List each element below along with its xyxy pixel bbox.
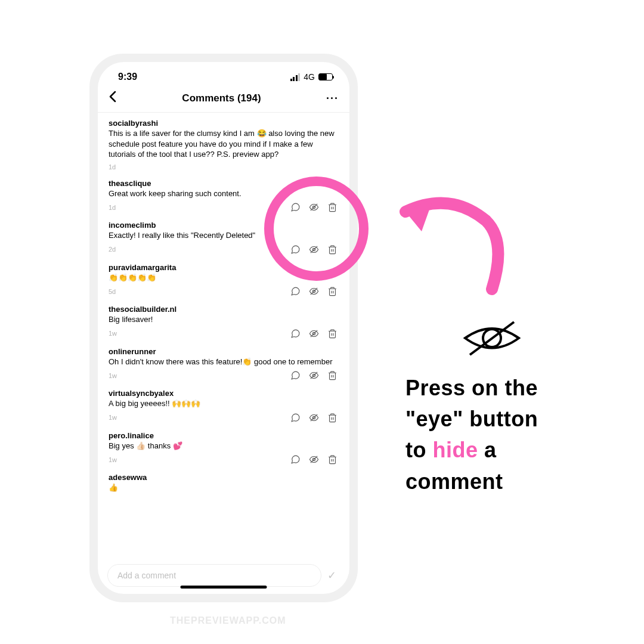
hide-icon[interactable] — [309, 244, 319, 255]
comment-actions — [290, 370, 339, 380]
phone-frame: 9:39 4G Comments (194) ··· socialbyrashi… — [89, 54, 358, 602]
compose-bar: Add a comment ✓ — [98, 558, 349, 594]
comment-actions — [290, 244, 339, 255]
comment-actions — [290, 413, 339, 423]
comment-username[interactable]: socialbyrashi — [109, 119, 339, 128]
instruction-line4: comment — [405, 469, 503, 494]
instruction-line3a: to — [405, 438, 432, 462]
comment-item[interactable]: adesewwa 👍 — [109, 467, 339, 499]
eye-crossed-icon — [459, 316, 525, 361]
hide-icon[interactable] — [309, 413, 319, 423]
comment-body: This is a life saver for the clumsy kind… — [109, 128, 339, 160]
svg-line-15 — [470, 322, 514, 355]
network-label: 4G — [304, 72, 315, 82]
comment-body: Big yes 👍🏻 thanks 💕 — [109, 441, 339, 451]
reply-icon[interactable] — [290, 202, 301, 212]
comment-username[interactable]: puravidamargarita — [109, 263, 339, 272]
comment-username[interactable]: thesocialbuilder.nl — [109, 305, 339, 314]
signal-icon — [290, 73, 301, 81]
phone-screen: 9:39 4G Comments (194) ··· socialbyrashi… — [98, 62, 349, 594]
hide-icon[interactable] — [309, 454, 319, 465]
instruction-hide-word: hide — [432, 438, 478, 462]
comment-timestamp: 1w — [109, 456, 117, 463]
instruction-line1: Press on the — [405, 376, 538, 400]
delete-icon[interactable] — [327, 413, 338, 423]
comment-timestamp: 1w — [109, 414, 117, 421]
comment-username[interactable]: incomeclimb — [109, 221, 339, 230]
back-button[interactable] — [109, 91, 117, 106]
hide-icon[interactable] — [309, 202, 319, 212]
delete-icon[interactable] — [327, 454, 338, 465]
comment-actions — [290, 286, 339, 296]
comment-actions — [290, 329, 339, 339]
hide-icon[interactable] — [309, 370, 319, 380]
comment-input[interactable]: Add a comment — [107, 564, 321, 587]
battery-icon — [318, 73, 333, 80]
delete-icon[interactable] — [327, 286, 338, 296]
comment-username[interactable]: virtualsyncbyalex — [109, 389, 339, 398]
comment-item[interactable]: socialbyrashi This is a life saver for t… — [109, 113, 339, 173]
status-bar: 9:39 4G — [98, 62, 349, 86]
reply-icon[interactable] — [290, 454, 301, 465]
comment-username[interactable]: adesewwa — [109, 473, 339, 482]
delete-icon[interactable] — [327, 202, 338, 212]
instruction-line2: "eye" button — [405, 407, 538, 431]
comment-item[interactable]: theasclique Great work keep sharing such… — [109, 173, 339, 215]
reply-icon[interactable] — [290, 244, 301, 255]
delete-icon[interactable] — [327, 244, 338, 255]
comment-item[interactable]: puravidamargarita 👏👏👏👏👏 5d — [109, 257, 339, 299]
comment-item[interactable]: incomeclimb Exactly! I really like this … — [109, 215, 339, 257]
comment-timestamp: 1w — [109, 372, 117, 379]
home-indicator[interactable] — [181, 586, 267, 589]
comment-body: Oh I didn't know there was this feature!… — [109, 357, 339, 367]
comment-item[interactable]: thesocialbuilder.nl Big lifesaver! 1w — [109, 299, 339, 341]
page-title: Comments (194) — [182, 92, 261, 104]
comment-item[interactable]: pero.linalice Big yes 👍🏻 thanks 💕 1w — [109, 425, 339, 467]
watermark: THEPREVIEWAPP.COM — [170, 615, 286, 626]
comment-body: Exactly! I really like this "Recently De… — [109, 230, 339, 241]
comment-body: 👍 — [109, 482, 339, 493]
comments-list[interactable]: socialbyrashi This is a life saver for t… — [98, 113, 349, 558]
comment-timestamp: 5d — [109, 288, 116, 295]
delete-icon[interactable] — [327, 329, 338, 339]
status-right: 4G — [290, 72, 333, 82]
instruction-text: Press on the "eye" button to hide a comm… — [405, 373, 614, 497]
status-time: 9:39 — [118, 72, 137, 82]
reply-icon[interactable] — [290, 286, 301, 296]
comment-timestamp: 1w — [109, 330, 117, 337]
comment-actions — [290, 202, 339, 212]
comment-timestamp: 1d — [109, 204, 116, 211]
comment-body: 👏👏👏👏👏 — [109, 273, 339, 283]
reply-icon[interactable] — [290, 329, 301, 339]
comment-body: Great work keep sharing such content. — [109, 188, 339, 199]
comment-item[interactable]: onlinerunner Oh I didn't know there was … — [109, 341, 339, 383]
delete-icon[interactable] — [327, 370, 338, 380]
instruction-line3b: a — [478, 438, 497, 462]
more-button[interactable]: ··· — [326, 92, 339, 105]
hide-icon[interactable] — [309, 286, 319, 296]
reply-icon[interactable] — [290, 413, 301, 423]
comment-timestamp: 1d — [109, 163, 116, 171]
comment-actions — [290, 454, 339, 465]
comment-body: A big big yeeees!! 🙌🙌🙌 — [109, 398, 339, 409]
comment-username[interactable]: theasclique — [109, 179, 339, 188]
reply-icon[interactable] — [290, 370, 301, 380]
nav-bar: Comments (194) ··· — [98, 86, 349, 112]
arrow-annotation — [391, 185, 522, 304]
comment-username[interactable]: onlinerunner — [109, 347, 339, 356]
hide-icon[interactable] — [309, 329, 319, 339]
comment-timestamp: 2d — [109, 246, 116, 253]
submit-button[interactable]: ✓ — [327, 569, 340, 582]
comment-item[interactable]: virtualsyncbyalex A big big yeeees!! 🙌🙌🙌… — [109, 383, 339, 425]
comment-body: Big lifesaver! — [109, 314, 339, 325]
comment-username[interactable]: pero.linalice — [109, 431, 339, 440]
